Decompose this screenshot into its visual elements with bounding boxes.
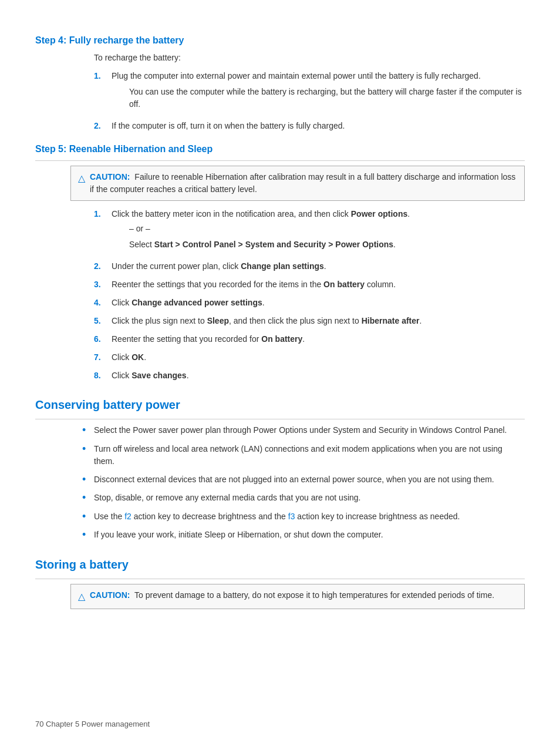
step5-item-3: 3. Reenter the settings that you recorde… [94,278,525,291]
bullet-dot-1: • [82,424,94,437]
step5-text-1a: Click the battery meter icon in the noti… [112,209,410,219]
step5-text-5: Click the plus sign next to Sleep, and t… [112,316,421,325]
step5-divider [35,160,525,161]
step5-item-7: 7. Click OK. [94,351,525,364]
page-footer: 70 Chapter 5 Power management [35,720,150,728]
step4-item-2: 2. If the computer is off, turn it on wh… [94,120,525,132]
step5-item-6: 6. Reenter the setting that you recorded… [94,333,525,345]
step4-text-2: If the computer is off, turn it on when … [112,121,345,130]
step5-text-4: Click Change advanced power settings. [112,298,265,307]
step5-caution-body: Failure to reenable Hibernation after ca… [90,172,515,194]
bullet-dot-3: • [82,473,94,486]
conserving-bullet-4: • Stop, disable, or remove any external … [82,492,525,505]
conserving-text-5: Use the f2 action key to decrease bright… [94,510,525,523]
conserving-divider [35,419,525,419]
step5-num-6: 6. [94,333,112,345]
caution-triangle-icon: △ [78,172,85,186]
step4-num-1: 1. [94,70,112,114]
conserving-bullet-2: • Turn off wireless and local area netwo… [82,443,525,468]
conserving-bullet-6: • If you leave your work, initiate Sleep… [82,529,525,542]
conserving-text-2: Turn off wireless and local area network… [94,443,525,468]
step5-item-5: 5. Click the plus sign next to Sleep, an… [94,315,525,327]
step5-text-7: Click OK. [112,352,146,362]
storing-caution-body: To prevent damage to a battery, do not e… [134,590,494,600]
step5-caution-box: △ CAUTION: Failure to reenable Hibernati… [70,166,525,201]
storing-divider [35,579,525,579]
step5-text-8: Click Save changes. [112,371,189,380]
conserving-text-4: Stop, disable, or remove any external me… [94,492,525,504]
step4-subtext-1: You can use the computer while the batte… [129,86,525,110]
step5-num-7: 7. [94,351,112,364]
step5-num-5: 5. [94,315,112,327]
storing-heading: Storing a battery [35,558,525,572]
step5-caution-text: CAUTION: Failure to reenable Hibernation… [90,171,517,196]
step5-num-3: 3. [94,278,112,291]
step4-item-1: 1. Plug the computer into external power… [94,70,525,114]
step5-item-4: 4. Click Change advanced power settings. [94,297,525,309]
bullet-dot-2: • [82,443,94,456]
conserving-text-3: Disconnect external devices that are not… [94,473,525,486]
step4-num-2: 2. [94,120,112,132]
step5-item-2: 2. Under the current power plan, click C… [94,260,525,273]
bullet-dot-6: • [82,529,94,542]
step5-heading: Step 5: Reenable Hibernation and Sleep [35,144,525,154]
storing-caution-triangle-icon: △ [78,590,85,604]
step5-num-2: 2. [94,260,112,273]
conserving-bullet-5: • Use the f2 action key to decrease brig… [82,510,525,523]
step4-intro: To recharge the battery: [94,52,525,64]
step5-num-8: 8. [94,369,112,382]
step5-or: – or – [129,223,525,235]
bullet-dot-4: • [82,492,94,505]
step5-item-1: 1. Click the battery meter icon in the n… [94,208,525,254]
step4-text-1: Plug the computer into external power an… [112,71,481,80]
conserving-text-6: If you leave your work, initiate Sleep o… [94,529,525,541]
storing-caution-text: CAUTION: To prevent damage to a battery,… [90,589,494,601]
conserving-heading: Conserving battery power [35,398,525,412]
step5-caution-label: CAUTION: [90,172,130,182]
bullet-dot-5: • [82,510,94,523]
step5-num-4: 4. [94,297,112,309]
f3-link[interactable]: f3 [288,512,295,521]
step5-item-8: 8. Click Save changes. [94,369,525,382]
conserving-bullet-3: • Disconnect external devices that are n… [82,473,525,486]
storing-caution-label: CAUTION: [90,590,130,600]
conserving-list: • Select the Power saver power plan thro… [82,424,525,542]
step4-list: 1. Plug the computer into external power… [94,70,525,132]
f2-link[interactable]: f2 [124,512,131,521]
step5-text-3: Reenter the settings that you recorded f… [112,280,396,289]
step5-num-1: 1. [94,208,112,254]
step5-text-2: Under the current power plan, click Chan… [112,261,326,271]
step5-subtext-1: Select Start > Control Panel > System an… [129,238,525,251]
step5-list: 1. Click the battery meter icon in the n… [94,208,525,382]
conserving-bullet-1: • Select the Power saver power plan thro… [82,424,525,437]
storing-caution-box: △ CAUTION: To prevent damage to a batter… [70,584,525,609]
step5-text-6: Reenter the setting that you recorded fo… [112,334,305,344]
conserving-text-1: Select the Power saver power plan throug… [94,424,525,436]
step4-heading: Step 4: Fully recharge the battery [35,35,525,46]
